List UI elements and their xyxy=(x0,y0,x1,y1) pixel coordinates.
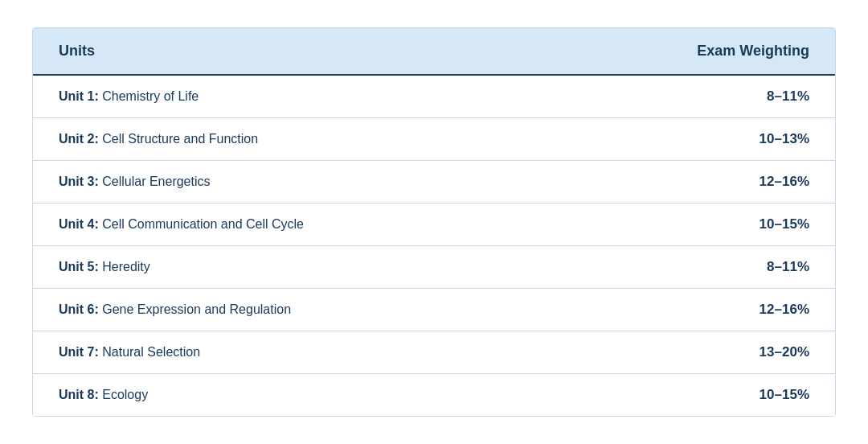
table-row: Unit 7: Natural Selection13–20% xyxy=(33,331,835,374)
unit-5-name: Heredity xyxy=(99,260,150,273)
unit-6-label: Unit 6: Gene Expression and Regulation xyxy=(59,302,291,317)
unit-4-weighting: 10–15% xyxy=(760,216,809,232)
unit-6-weighting: 12–16% xyxy=(760,302,809,318)
unit-3-name: Cellular Energetics xyxy=(99,175,211,188)
exam-weighting-table: Units Exam Weighting Unit 1: Chemistry o… xyxy=(32,27,836,417)
table-row: Unit 1: Chemistry of Life8–11% xyxy=(33,76,835,118)
unit-8-name: Ecology xyxy=(99,388,148,401)
unit-5-label: Unit 5: Heredity xyxy=(59,260,150,274)
units-header: Units xyxy=(59,43,95,60)
unit-4-name: Cell Communication and Cell Cycle xyxy=(99,217,304,231)
unit-3-weighting: 12–16% xyxy=(760,174,809,190)
table-row: Unit 4: Cell Communication and Cell Cycl… xyxy=(33,204,835,246)
unit-2-weighting: 10–13% xyxy=(760,131,809,147)
unit-1-weighting: 8–11% xyxy=(767,88,809,105)
unit-5-weighting: 8–11% xyxy=(767,259,809,275)
unit-7-name: Natural Selection xyxy=(99,345,200,359)
table-row: Unit 5: Heredity8–11% xyxy=(33,246,835,289)
unit-7-label: Unit 7: Natural Selection xyxy=(59,345,200,360)
unit-6-number: Unit 6: xyxy=(59,302,99,316)
unit-4-number: Unit 4: xyxy=(59,217,99,231)
unit-1-name: Chemistry of Life xyxy=(99,89,199,103)
unit-7-number: Unit 7: xyxy=(59,345,99,359)
unit-3-label: Unit 3: Cellular Energetics xyxy=(59,175,211,189)
table-row: Unit 8: Ecology10–15% xyxy=(33,374,835,416)
unit-8-number: Unit 8: xyxy=(59,388,99,401)
unit-3-number: Unit 3: xyxy=(59,175,99,188)
unit-8-weighting: 10–15% xyxy=(760,387,809,403)
unit-1-number: Unit 1: xyxy=(59,89,99,103)
unit-2-name: Cell Structure and Function xyxy=(99,132,258,146)
unit-6-name: Gene Expression and Regulation xyxy=(99,302,291,316)
table-body: Unit 1: Chemistry of Life8–11%Unit 2: Ce… xyxy=(33,76,835,416)
unit-4-label: Unit 4: Cell Communication and Cell Cycl… xyxy=(59,217,304,232)
unit-8-label: Unit 8: Ecology xyxy=(59,388,148,402)
unit-7-weighting: 13–20% xyxy=(760,344,809,360)
table-row: Unit 2: Cell Structure and Function10–13… xyxy=(33,118,835,161)
table-header: Units Exam Weighting xyxy=(33,28,835,76)
table-row: Unit 3: Cellular Energetics12–16% xyxy=(33,161,835,204)
unit-2-label: Unit 2: Cell Structure and Function xyxy=(59,132,258,146)
unit-5-number: Unit 5: xyxy=(59,260,99,273)
unit-1-label: Unit 1: Chemistry of Life xyxy=(59,89,199,104)
exam-weighting-header: Exam Weighting xyxy=(697,43,809,60)
unit-2-number: Unit 2: xyxy=(59,132,99,146)
table-row: Unit 6: Gene Expression and Regulation12… xyxy=(33,289,835,331)
